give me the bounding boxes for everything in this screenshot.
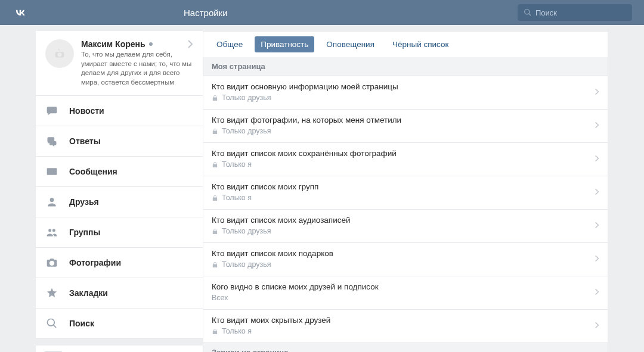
tab-general[interactable]: Общее [210,36,249,52]
nav-search[interactable]: Поиск [36,309,203,339]
users-icon [45,226,58,239]
nav-groups[interactable]: Группы [36,217,203,248]
user-icon [45,195,58,208]
mail-icon [45,165,58,178]
nav: Новости Ответы Сообщения Друзья Группы Ф… [36,96,203,339]
chats-icon [45,135,58,148]
nav-photos[interactable]: Фотографии [36,248,203,278]
avatar-placeholder [45,39,74,68]
sidebar: Максим Корень То, что мы делаем для себя… [36,25,203,352]
privacy-row[interactable]: Кто видит фотографии, на которых меня от… [203,110,608,143]
chevron-right-icon [187,39,193,51]
profile-card[interactable]: Максим Корень То, что мы делаем для себя… [36,31,203,96]
search-input[interactable]: Поиск [518,4,632,21]
privacy-row-value: Только я [212,194,599,202]
privacy-row-title: Кого видно в списке моих друзей и подпис… [212,282,599,291]
tab-blacklist[interactable]: Чёрный список [386,36,454,52]
audio-player[interactable]: WastedSky Кома [36,345,203,352]
privacy-row[interactable]: Кто видит список моих подарковТолько дру… [203,243,608,276]
privacy-row[interactable]: Кто видит список моих аудиозаписейТолько… [203,210,608,243]
chevron-right-icon [595,88,599,98]
privacy-row[interactable]: Кого видно в списке моих друзей и подпис… [203,276,608,310]
vk-logo[interactable] [12,4,29,21]
privacy-row-value: Только друзья [212,260,599,269]
chevron-right-icon [595,254,599,265]
page-title: Настройки [184,8,518,18]
chevron-right-icon [595,121,599,132]
search-placeholder: Поиск [535,8,557,17]
nav-replies[interactable]: Ответы [36,126,203,157]
topbar: Настройки Поиск [0,0,644,25]
privacy-row-title: Кто видит список моих аудиозаписей [212,216,599,225]
privacy-row-value: Только я [212,327,599,335]
section-my-page: Моя страница [203,57,608,76]
tab-privacy[interactable]: Приватность [255,36,314,52]
nav-friends[interactable]: Друзья [36,187,203,217]
camera-icon [45,256,58,269]
privacy-row-title: Кто видит список моих сохранённых фотогр… [212,149,599,158]
privacy-row-title: Кто видит список моих групп [212,182,599,191]
nav-bookmarks[interactable]: Закладки [36,278,203,309]
privacy-row-value: Только я [212,160,599,169]
section-posts: Записи на странице [203,343,608,352]
privacy-row-value: Только друзья [212,227,599,235]
tab-notifications[interactable]: Оповещения [320,36,380,52]
chevron-right-icon [595,188,599,198]
profile-status: То, что мы делаем для себя, умирает вмес… [81,50,193,87]
privacy-row-title: Кто видит список моих подарков [212,249,599,258]
profile-name: Максим Корень [81,39,193,49]
privacy-row-value: Только друзья [212,94,599,102]
privacy-row[interactable]: Кто видит основную информацию моей стран… [203,76,608,110]
privacy-row-title: Кто видит фотографии, на которых меня от… [212,116,599,124]
privacy-row[interactable]: Кто видит список моих сохранённых фотогр… [203,143,608,176]
privacy-row-title: Кто видит моих скрытых друзей [212,316,599,325]
search-icon [45,317,58,330]
settings-panel: Общее Приватность Оповещения Чёрный спис… [203,25,608,352]
privacy-row-value: Только друзья [212,127,599,135]
chevron-right-icon [595,288,599,298]
privacy-row-title: Кто видит основную информацию моей стран… [212,82,599,91]
chevron-right-icon [595,321,599,332]
speech-icon [45,104,58,117]
privacy-row[interactable]: Кто видит список моих группТолько я [203,176,608,210]
privacy-row-value: Всех [212,294,599,302]
chevron-right-icon [595,154,599,165]
tabs: Общее Приватность Оповещения Чёрный спис… [203,31,608,57]
chevron-right-icon [595,221,599,232]
privacy-row[interactable]: Кто видит моих скрытых друзейТолько я [203,310,608,343]
online-dot-icon [149,42,153,46]
nav-news[interactable]: Новости [36,96,203,126]
star-icon [45,286,58,300]
nav-messages[interactable]: Сообщения [36,157,203,187]
